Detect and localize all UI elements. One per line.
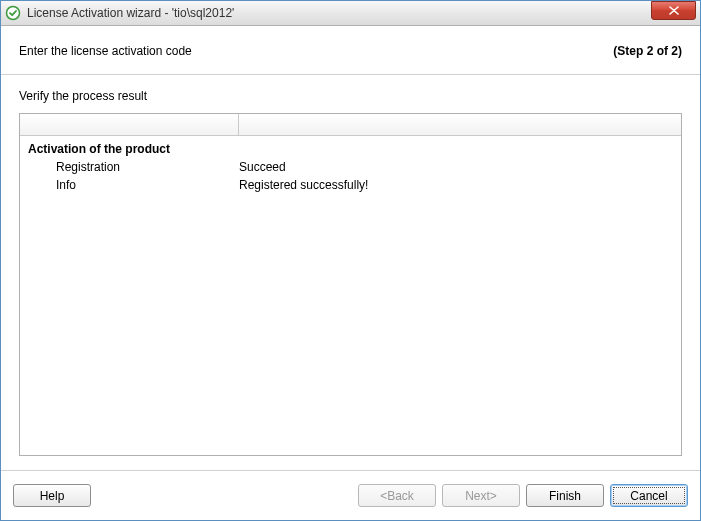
app-icon [5, 5, 21, 21]
footer: Help <Back Next> Finish Cancel [1, 470, 700, 520]
table-row: Info Registered successfully! [28, 176, 673, 194]
content-area: Verify the process result Activation of … [1, 75, 700, 456]
wizard-header: Enter the license activation code (Step … [1, 26, 700, 74]
results-header-col2 [239, 114, 681, 135]
close-button[interactable] [651, 1, 696, 20]
back-button: <Back [358, 484, 436, 507]
next-button: Next> [442, 484, 520, 507]
table-row: Registration Succeed [28, 158, 673, 176]
result-key: Registration [28, 158, 239, 176]
window-title: License Activation wizard - 'tio\sql2012… [25, 6, 651, 20]
help-button[interactable]: Help [13, 484, 91, 507]
results-header-col1 [20, 114, 239, 135]
header-instruction: Enter the license activation code [19, 44, 192, 58]
cancel-button[interactable]: Cancel [610, 484, 688, 507]
results-panel: Activation of the product Registration S… [19, 113, 682, 456]
results-header [20, 114, 681, 136]
titlebar: License Activation wizard - 'tio\sql2012… [1, 1, 700, 26]
finish-button[interactable]: Finish [526, 484, 604, 507]
result-value: Registered successfully! [239, 176, 673, 194]
close-icon [669, 6, 679, 15]
wizard-window: License Activation wizard - 'tio\sql2012… [0, 0, 701, 521]
verify-label: Verify the process result [19, 89, 682, 103]
result-value: Succeed [239, 158, 673, 176]
spacer [1, 456, 700, 470]
result-key: Info [28, 176, 239, 194]
results-body: Activation of the product Registration S… [20, 136, 681, 455]
header-step: (Step 2 of 2) [613, 44, 682, 58]
section-title: Activation of the product [28, 142, 673, 156]
